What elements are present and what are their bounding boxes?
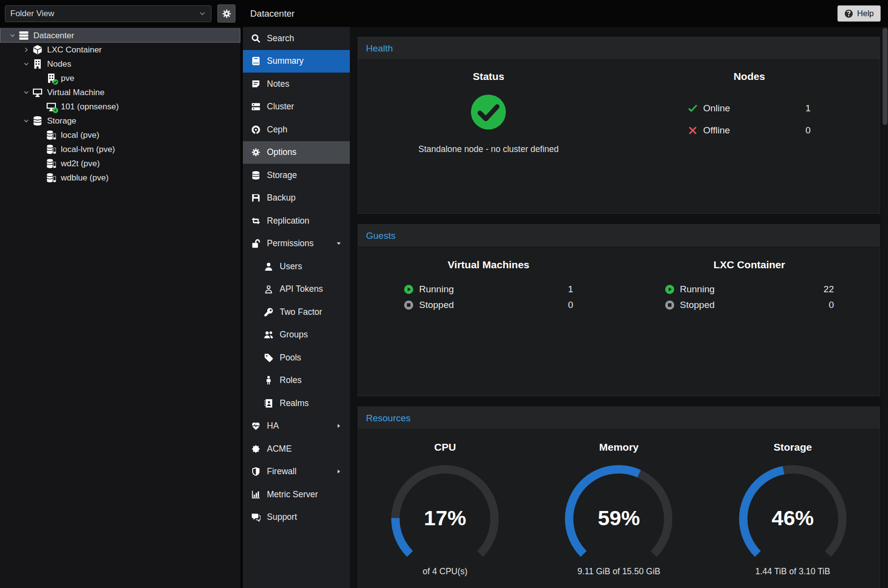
menu-item-summary[interactable]: Summary: [243, 50, 350, 73]
status-message: Standalone node - no cluster defined: [418, 144, 559, 154]
tree-item-lxc-container[interactable]: LXC Container: [0, 43, 240, 57]
tree-item-nodes[interactable]: Nodes: [0, 57, 240, 71]
menu-item-label: Notes: [267, 79, 289, 89]
tree-item-virtual-machine[interactable]: Virtual Machine: [0, 85, 240, 100]
stop-circle-icon: [404, 300, 414, 310]
tree-item-datacenter[interactable]: Datacenter: [0, 28, 240, 43]
status-label: Stopped: [419, 300, 454, 310]
server-icon: [19, 30, 29, 41]
tree-settings-button[interactable]: [217, 4, 235, 23]
content-scrollbar[interactable]: [882, 27, 888, 588]
database-drive-icon: [46, 130, 56, 140]
status-label: Running: [419, 284, 454, 295]
proxmox-app: Folder View DatacenterLXC ContainerNodes…: [0, 0, 888, 588]
menu-item-label: Groups: [280, 330, 308, 340]
tree-item-label: LXC Container: [47, 45, 102, 55]
gauge-detail: of 4 CPU(s): [422, 566, 467, 577]
nodes-table: Online1Offline0: [688, 97, 810, 141]
tree-item-label: Datacenter: [33, 31, 74, 41]
menu-item-label: Storage: [267, 170, 297, 180]
menu-item-users[interactable]: Users: [243, 255, 350, 278]
menu-item-realms[interactable]: Realms: [243, 392, 350, 415]
chevron-down-icon: [199, 10, 206, 17]
expander-spacer: [33, 175, 46, 181]
tree-item-wd2t-pve[interactable]: wd2t (pve): [0, 156, 240, 171]
tree-item-label: wdblue (pve): [61, 173, 108, 183]
guests-panel-title: Guests: [358, 225, 880, 247]
chevron-down-icon[interactable]: [20, 61, 32, 68]
menu-item-options[interactable]: Options: [243, 141, 350, 164]
tree-item-local-pve[interactable]: local (pve): [0, 128, 240, 142]
view-mode-select[interactable]: Folder View: [5, 5, 211, 22]
key-icon: [264, 307, 273, 317]
menu-item-backup[interactable]: Backup: [243, 187, 350, 210]
tree-item-label: 101 (opnsense): [61, 102, 119, 112]
gear-icon: [251, 148, 261, 157]
gauge-percent: 59%: [560, 506, 678, 530]
chevron-down-icon[interactable]: [20, 118, 32, 125]
help-button[interactable]: Help: [837, 5, 881, 22]
menu-item-roles[interactable]: Roles: [243, 369, 350, 392]
gauge-percent: 17%: [386, 506, 504, 530]
menu-item-ceph[interactable]: Ceph: [243, 118, 350, 141]
gauge-heading: Memory: [599, 441, 639, 453]
replication-icon: [251, 216, 261, 226]
tree-item-label: Storage: [47, 116, 77, 126]
expander-spacer: [33, 103, 46, 110]
menu-item-ha[interactable]: HA: [243, 415, 350, 438]
menu-item-api-tokens[interactable]: API Tokens: [243, 278, 350, 301]
menu-item-search[interactable]: Search: [243, 27, 350, 50]
health-panel: Health Status Standalone node - no clust…: [358, 37, 880, 214]
menu-item-notes[interactable]: Notes: [243, 73, 350, 96]
tree-item-local-lvm-pve[interactable]: local-lvm (pve): [0, 142, 240, 156]
guests-panel: Guests Virtual MachinesRunning1Stopped0L…: [358, 224, 880, 396]
caret-down-icon: [336, 240, 342, 247]
status-value: 22: [824, 284, 834, 295]
guests-column-heading: Virtual Machines: [447, 259, 529, 271]
tree-item-101-opnsense[interactable]: 101 (opnsense): [0, 100, 240, 114]
menu-item-label: Replication: [267, 216, 310, 226]
caret-right-icon: [336, 423, 342, 429]
menu-item-label: ACME: [267, 444, 292, 454]
health-nodes-column: Nodes Online1Offline0: [619, 71, 880, 213]
menu-item-acme[interactable]: ACME: [243, 437, 350, 460]
resources-panel: Resources CPU17%of 4 CPU(s)Memory59%9.11…: [358, 407, 880, 588]
menu-item-firewall[interactable]: Firewall: [243, 460, 350, 484]
menu-item-label: API Tokens: [280, 284, 323, 294]
gauge-detail: 1.44 TiB of 3.10 TiB: [755, 566, 830, 577]
chevron-down-icon[interactable]: [6, 32, 19, 39]
menu-item-label: Firewall: [267, 466, 296, 477]
play-circle-icon: [665, 284, 675, 294]
scrollbar-thumb[interactable]: [883, 28, 888, 125]
menu-item-label: Search: [267, 33, 294, 44]
menu-item-label: Pools: [280, 353, 301, 363]
page-title: Datacenter: [250, 8, 295, 19]
building-icon: [46, 73, 56, 83]
chevron-right-icon[interactable]: [20, 47, 32, 53]
tree-item-wdblue-pve[interactable]: wdblue (pve): [0, 171, 240, 185]
gauge-arc: 46%: [734, 461, 852, 564]
content-row: SearchSummaryNotesClusterCephOptionsStor…: [243, 27, 888, 588]
chevron-down-icon[interactable]: [20, 89, 32, 96]
check-badge-icon: [52, 79, 58, 85]
play-circle-icon: [404, 284, 414, 294]
guests-column-lxc-container: LXC ContainerRunning22Stopped0: [619, 259, 880, 396]
menu-item-support[interactable]: Support: [243, 506, 350, 529]
building-icon: [32, 59, 43, 69]
user-outline-icon: [264, 284, 273, 294]
menu-item-permissions[interactable]: Permissions: [243, 232, 350, 256]
user-icon: [264, 262, 273, 271]
menu-item-two-factor[interactable]: Two Factor: [243, 301, 350, 324]
guest-status-table: Running22Stopped0: [665, 281, 834, 313]
menu-item-storage[interactable]: Storage: [243, 164, 350, 187]
menu-item-pools[interactable]: Pools: [243, 346, 350, 369]
menu-item-replication[interactable]: Replication: [243, 209, 350, 232]
gauge-heading: Storage: [774, 441, 812, 453]
menu-item-cluster[interactable]: Cluster: [243, 96, 350, 119]
tree-item-pve[interactable]: pve: [0, 71, 240, 85]
menu-item-groups[interactable]: Groups: [243, 324, 350, 347]
tree-toolbar: Folder View: [0, 0, 240, 27]
menu-item-metric-server[interactable]: Metric Server: [243, 483, 350, 506]
status-heading: Status: [473, 71, 504, 82]
tree-item-storage[interactable]: Storage: [0, 114, 240, 128]
